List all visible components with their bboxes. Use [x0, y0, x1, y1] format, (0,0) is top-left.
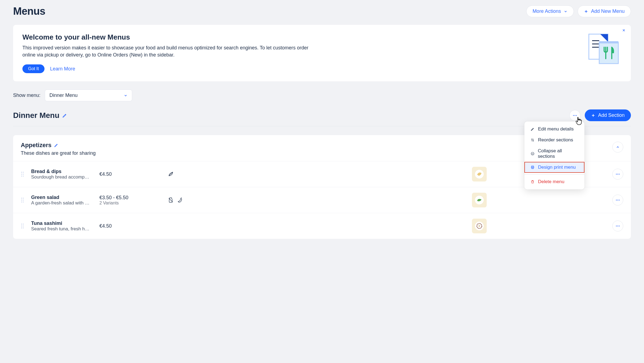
add-section-label: Add Section: [598, 112, 625, 118]
svg-point-41: [616, 200, 617, 201]
item-thumbnail: [472, 193, 487, 207]
page-header: Menus More Actions Add New Menu: [13, 5, 631, 17]
svg-point-33: [21, 198, 22, 199]
item-icons: [168, 171, 231, 177]
menu-select-value: Dinner Menu: [49, 93, 78, 98]
svg-point-32: [619, 174, 620, 175]
svg-point-23: [21, 172, 22, 173]
svg-point-38: [23, 202, 24, 203]
menu-title-left: Dinner Menu: [13, 111, 67, 120]
collapse-section-button[interactable]: [612, 142, 623, 153]
banner-body: This improved version makes it easier to…: [22, 44, 323, 58]
menu-title: Dinner Menu: [13, 111, 60, 120]
item-more-button[interactable]: [612, 169, 623, 180]
svg-point-54: [618, 226, 618, 227]
dropdown-item-label: Edit menu details: [538, 126, 574, 132]
menu-title-actions: Add Section: [569, 109, 631, 121]
learn-more-link[interactable]: Learn More: [50, 66, 75, 72]
svg-point-49: [23, 228, 24, 228]
item-desc: Sourdough bread accompa…: [31, 174, 91, 180]
drag-handle-icon[interactable]: [21, 223, 26, 229]
svg-point-42: [618, 200, 618, 201]
chili-icon: [177, 197, 183, 203]
item-thumbnail: [472, 167, 487, 182]
menu-more-button[interactable]: [569, 110, 580, 121]
got-it-button[interactable]: Got It: [22, 64, 45, 73]
svg-point-47: [23, 226, 24, 227]
item-desc: Seared fresh tuna, fresh her…: [31, 226, 91, 232]
close-icon[interactable]: [622, 29, 625, 32]
more-actions-button[interactable]: More Actions: [526, 5, 574, 17]
item-more-button[interactable]: [612, 221, 623, 231]
svg-rect-9: [599, 42, 618, 64]
menu-item-row: Tuna sashimi Seared fresh tuna, fresh he…: [13, 213, 631, 239]
section-desc: These dishes are great for sharing: [21, 150, 96, 156]
pencil-icon: [530, 127, 535, 131]
add-menu-label: Add New Menu: [591, 8, 625, 14]
item-more-button[interactable]: [612, 195, 623, 206]
svg-point-16: [576, 115, 577, 116]
item-variants: 2 Variants: [99, 201, 162, 206]
svg-point-31: [618, 174, 618, 175]
leaf-icon: [168, 171, 174, 177]
menu-select[interactable]: Dinner Menu: [45, 90, 132, 101]
item-name: Tuna sashimi: [31, 221, 94, 226]
plus-icon: [591, 113, 595, 118]
menu-actions-dropdown: Edit menu details Reorder sections Colla…: [524, 121, 584, 189]
add-section-button[interactable]: Add Section: [585, 109, 631, 121]
svg-point-19: [531, 152, 534, 155]
plus-icon: [584, 9, 588, 14]
menu-title-row: Dinner Menu Add Section: [13, 109, 631, 126]
chevron-down-icon: [124, 94, 128, 97]
item-name: Green salad: [31, 195, 94, 200]
more-actions-label: More Actions: [533, 8, 561, 14]
menu-item-row: Green salad A garden-fresh salad with se…: [13, 187, 631, 213]
svg-point-35: [21, 200, 22, 201]
chevron-down-icon: [564, 10, 568, 13]
svg-point-30: [616, 174, 617, 175]
svg-point-43: [619, 200, 620, 201]
svg-point-44: [21, 224, 22, 225]
pencil-icon[interactable]: [54, 143, 58, 147]
item-price: €4.50: [99, 223, 162, 229]
dropdown-item-label: Design print menu: [538, 165, 576, 170]
svg-point-53: [616, 226, 617, 227]
item-name: Bread & dips: [31, 169, 94, 174]
dropdown-collapse-all[interactable]: Collapse all sections: [524, 145, 584, 162]
banner-actions: Got It Learn More: [22, 64, 576, 73]
dropdown-reorder-sections[interactable]: Reorder sections: [524, 135, 584, 145]
banner-title: Welcome to your all-new Menus: [22, 33, 576, 41]
item-price: €3.50 - €5.50: [99, 195, 162, 201]
show-menu-label: Show menu:: [13, 93, 40, 98]
drag-handle-icon[interactable]: [21, 197, 26, 203]
dropdown-design-print[interactable]: Design print menu: [524, 162, 584, 173]
dropdown-item-label: Delete menu: [538, 179, 564, 185]
dropdown-edit-details[interactable]: Edit menu details: [524, 124, 584, 135]
svg-point-26: [23, 174, 24, 175]
print-icon: [530, 165, 535, 169]
collapse-icon: [530, 152, 534, 156]
header-actions: More Actions Add New Menu: [526, 5, 631, 17]
svg-point-55: [619, 226, 620, 227]
reorder-icon: [530, 138, 535, 142]
svg-point-15: [574, 115, 575, 116]
page-title: Menus: [13, 5, 45, 17]
dropdown-item-label: Collapse all sections: [538, 148, 578, 159]
svg-point-27: [21, 176, 22, 177]
item-icons: [168, 197, 231, 203]
svg-rect-10: [599, 41, 618, 43]
item-price: €4.50: [99, 171, 162, 177]
add-new-menu-button[interactable]: Add New Menu: [578, 5, 631, 17]
svg-point-28: [23, 176, 24, 177]
svg-point-24: [23, 172, 24, 173]
svg-point-37: [21, 202, 22, 203]
trash-icon: [530, 180, 535, 184]
section-title: Appetizers: [21, 142, 51, 149]
pencil-icon[interactable]: [62, 113, 67, 118]
svg-point-34: [23, 198, 24, 199]
dropdown-delete-menu[interactable]: Delete menu: [524, 176, 584, 187]
dairy-free-icon: [168, 197, 174, 203]
show-menu-row: Show menu: Dinner Menu: [13, 90, 631, 101]
svg-point-45: [23, 224, 24, 225]
drag-handle-icon[interactable]: [21, 171, 26, 177]
